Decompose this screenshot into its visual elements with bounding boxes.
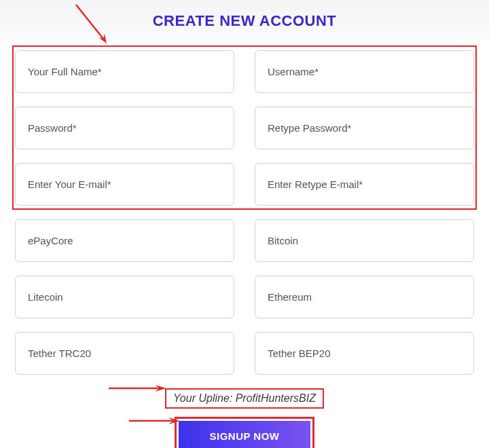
username-field[interactable] bbox=[255, 50, 474, 93]
bitcoin-field[interactable] bbox=[255, 219, 474, 262]
upline-highlight: Your Upline: ProfitHuntersBIZ bbox=[165, 388, 324, 409]
fullname-field[interactable] bbox=[15, 50, 234, 93]
page-header: CREATE NEW ACCOUNT bbox=[0, 0, 489, 40]
upline-text: Your Upline: ProfitHuntersBIZ bbox=[173, 392, 316, 404]
retype-email-field[interactable] bbox=[255, 163, 474, 206]
row-payment-3 bbox=[15, 332, 474, 375]
epaycore-field[interactable] bbox=[15, 219, 234, 262]
form-container: Your Upline: ProfitHuntersBIZ SIGNUP NOW bbox=[0, 40, 489, 448]
tether-bep20-field[interactable] bbox=[255, 332, 474, 375]
row-payment-2 bbox=[15, 276, 474, 318]
signup-button[interactable]: SIGNUP NOW bbox=[179, 421, 310, 448]
ethereum-field[interactable] bbox=[255, 276, 474, 318]
litecoin-field[interactable] bbox=[15, 276, 234, 318]
password-field[interactable] bbox=[15, 107, 234, 149]
email-field[interactable] bbox=[15, 163, 234, 206]
row-password bbox=[15, 107, 474, 149]
row-email bbox=[15, 163, 474, 206]
tether-trc20-field[interactable] bbox=[15, 332, 234, 375]
page-title: CREATE NEW ACCOUNT bbox=[0, 12, 489, 30]
row-payment-1 bbox=[15, 219, 474, 262]
signup-highlight: SIGNUP NOW bbox=[175, 417, 314, 448]
retype-password-field[interactable] bbox=[255, 107, 474, 149]
row-name-username bbox=[15, 50, 474, 93]
bottom-section: Your Upline: ProfitHuntersBIZ SIGNUP NOW bbox=[15, 388, 474, 448]
